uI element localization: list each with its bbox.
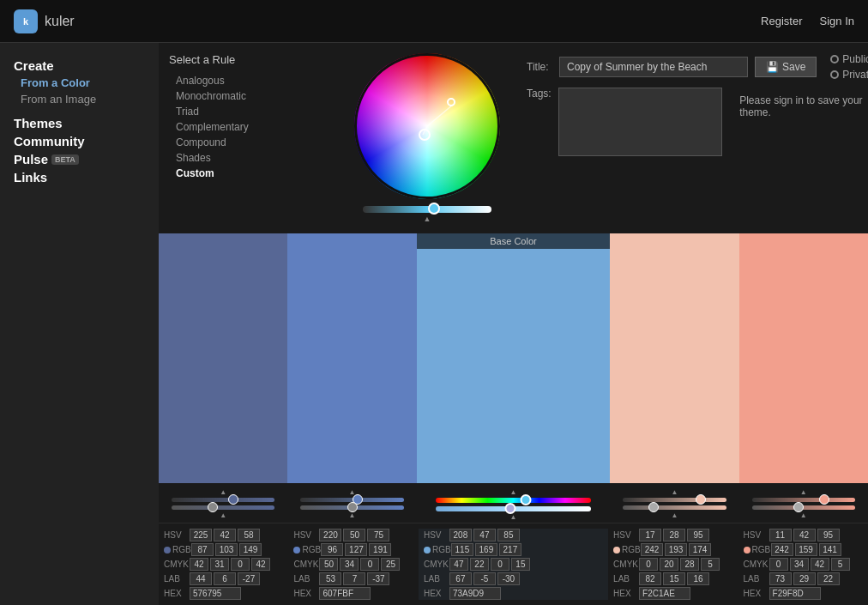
cmyk-c-2[interactable] [319, 558, 338, 571]
brightness-slider-track[interactable] [363, 206, 491, 213]
sat-slider-5[interactable] [752, 505, 855, 510]
cmyk-m-4[interactable] [660, 558, 678, 571]
rgb-b-3[interactable] [499, 543, 521, 556]
hsv-s-3[interactable] [473, 529, 496, 541]
sat-thumb-4[interactable] [648, 502, 659, 512]
cmyk-c-5[interactable] [769, 558, 788, 571]
rule-item-shades[interactable]: Shades [169, 150, 328, 166]
hsv-s-5[interactable] [793, 529, 816, 541]
hsv-v-3[interactable] [497, 529, 520, 541]
swatch-3-active[interactable]: Base Color [417, 233, 611, 483]
hsv-h-4[interactable] [639, 529, 661, 541]
rule-item-compound[interactable]: Compound [169, 135, 328, 150]
sat-slider-4[interactable] [623, 505, 726, 510]
rgb-r-2[interactable] [321, 543, 343, 556]
hex-input-5[interactable] [769, 587, 821, 600]
cmyk-k-2[interactable] [381, 558, 400, 571]
cmyk-c-1[interactable] [190, 558, 208, 571]
cmyk-k-3[interactable] [511, 558, 530, 571]
save-button[interactable]: 💾 Save [755, 57, 817, 77]
sat-slider-1[interactable] [172, 505, 274, 510]
hsv-s-1[interactable] [214, 529, 236, 541]
sidebar-item-from-color[interactable]: From a Color [0, 75, 159, 91]
rule-item-custom[interactable]: Custom [169, 166, 328, 181]
rgb-g-1[interactable] [215, 543, 238, 556]
sat-thumb-2[interactable] [347, 502, 358, 512]
lab-l-5[interactable] [769, 572, 792, 585]
hsv-v-2[interactable] [367, 529, 389, 541]
rgb-b-5[interactable] [819, 543, 841, 556]
wheel-handle-main[interactable] [419, 129, 431, 141]
cmyk-c-4[interactable] [639, 558, 658, 571]
rgb-r-4[interactable] [641, 543, 663, 556]
lab-a-3[interactable] [473, 572, 496, 585]
sat-thumb-1[interactable] [208, 502, 218, 512]
wheel-handle-secondary[interactable] [447, 98, 455, 106]
lab-a-5[interactable] [793, 572, 816, 585]
lab-b-3[interactable] [497, 572, 520, 585]
lab-a-1[interactable] [214, 572, 236, 585]
private-option[interactable]: Private [830, 69, 868, 81]
rgb-g-5[interactable] [795, 543, 817, 556]
hex-input-3[interactable] [449, 587, 501, 600]
tags-input[interactable] [558, 88, 722, 156]
sat-slider-3[interactable] [436, 506, 590, 511]
lab-l-1[interactable] [190, 572, 212, 585]
sidebar-item-create[interactable]: Create [0, 57, 159, 75]
rule-item-analogous[interactable]: Analogous [169, 73, 328, 88]
hsv-v-1[interactable] [238, 529, 260, 541]
cmyk-k-5[interactable] [831, 558, 850, 571]
hex-input-1[interactable] [190, 587, 241, 600]
private-radio[interactable] [830, 70, 839, 79]
rgb-r-5[interactable] [771, 543, 793, 556]
sidebar-item-from-image[interactable]: From an Image [0, 91, 159, 107]
hue-thumb-4[interactable] [696, 494, 706, 505]
cmyk-y-1[interactable] [231, 558, 250, 571]
rgb-b-1[interactable] [239, 543, 262, 556]
cmyk-m-5[interactable] [790, 558, 809, 571]
sat-thumb-5[interactable] [793, 502, 804, 512]
rgb-b-4[interactable] [689, 543, 711, 556]
lab-l-4[interactable] [639, 572, 661, 585]
swatch-4[interactable] [610, 233, 738, 483]
hex-input-2[interactable] [319, 587, 371, 600]
sidebar-item-community[interactable]: Community [0, 132, 159, 150]
swatch-5[interactable] [739, 233, 868, 483]
cmyk-y-2[interactable] [360, 558, 379, 571]
cmyk-m-3[interactable] [470, 558, 489, 571]
hsv-h-3[interactable] [449, 529, 472, 541]
hsv-s-2[interactable] [343, 529, 365, 541]
cmyk-k-1[interactable] [251, 558, 270, 571]
rgb-g-4[interactable] [665, 543, 687, 556]
public-option[interactable]: Public [830, 53, 868, 65]
rule-item-complementary[interactable]: Complementary [169, 119, 328, 135]
swatch-1[interactable] [159, 233, 287, 483]
cmyk-y-3[interactable] [491, 558, 509, 571]
hue-slider-4[interactable] [623, 498, 726, 502]
swatch-2[interactable] [287, 233, 416, 483]
hsv-h-1[interactable] [190, 529, 212, 541]
lab-b-2[interactable] [367, 572, 389, 585]
cmyk-y-5[interactable] [811, 558, 829, 571]
cmyk-y-4[interactable] [680, 558, 699, 571]
sat-thumb-3[interactable] [504, 503, 515, 514]
lab-b-5[interactable] [817, 572, 840, 585]
sat-slider-2[interactable] [300, 505, 403, 510]
sign-in-link[interactable]: Sign In [820, 15, 854, 27]
lab-b-4[interactable] [687, 572, 709, 585]
hue-slider-3[interactable] [436, 498, 590, 503]
sidebar-item-themes[interactable]: Themes [0, 114, 159, 132]
rgb-r-3[interactable] [451, 543, 473, 556]
cmyk-m-2[interactable] [340, 558, 359, 571]
lab-a-4[interactable] [663, 572, 685, 585]
rgb-r-1[interactable] [191, 543, 214, 556]
hsv-v-4[interactable] [687, 529, 709, 541]
cmyk-k-4[interactable] [701, 558, 720, 571]
register-link[interactable]: Register [761, 15, 802, 27]
cmyk-c-3[interactable] [449, 558, 468, 571]
lab-l-3[interactable] [449, 572, 472, 585]
public-radio[interactable] [830, 55, 839, 64]
hue-slider-5[interactable] [752, 498, 855, 502]
hsv-h-2[interactable] [319, 529, 341, 541]
hex-input-4[interactable] [639, 587, 690, 600]
